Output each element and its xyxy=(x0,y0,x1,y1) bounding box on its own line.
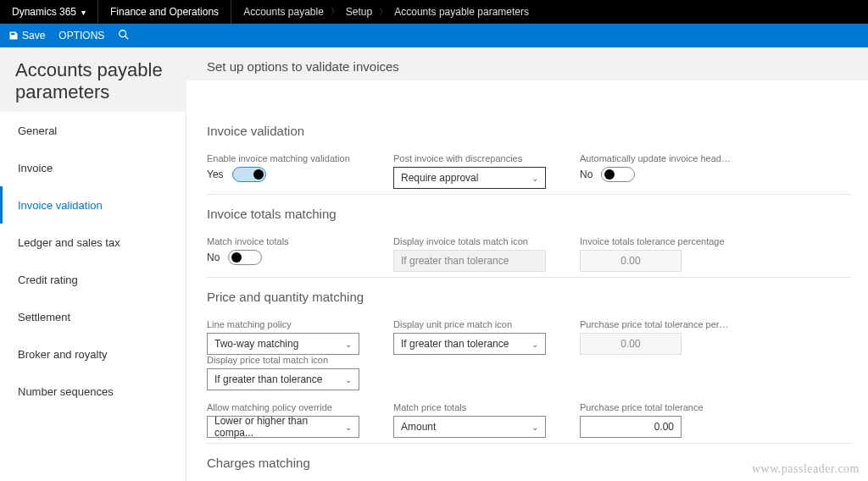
match-price-totals-select[interactable]: Amount ⌄ xyxy=(393,416,546,438)
field-label: Enable invoice matching validation xyxy=(207,153,359,163)
toggle-text: Yes xyxy=(207,169,224,180)
section-title-invoice-validation: Invoice validation xyxy=(207,112,868,147)
sidebar-nav: General Invoice Invoice validation Ledge… xyxy=(0,112,186,481)
search-icon xyxy=(118,29,130,41)
brand-dropdown[interactable]: Dynamics 365 ▾ xyxy=(0,0,98,24)
content-header: Set up options to validate invoices xyxy=(186,47,868,80)
field-label: Display unit price match icon xyxy=(393,319,546,329)
chevron-down-icon: ⌄ xyxy=(345,375,352,384)
field-label: Invoice totals tolerance percentage xyxy=(580,236,732,246)
sidebar-item-general[interactable]: General xyxy=(0,112,186,149)
field-label: Purchase price total tolerance xyxy=(580,402,732,412)
top-nav-bar: Dynamics 365 ▾ Finance and Operations Ac… xyxy=(0,0,868,24)
purchase-price-total-tolerance-input[interactable]: 0.00 xyxy=(580,416,682,438)
content-pane: Invoice validation Enable invoice matchi… xyxy=(186,112,868,481)
sidebar-item-invoice[interactable]: Invoice xyxy=(0,149,186,186)
sidebar-item-ledger-sales-tax[interactable]: Ledger and sales tax xyxy=(0,224,186,261)
field-label: Allow matching policy override xyxy=(207,402,359,412)
field-label: Display price total match icon xyxy=(207,355,359,365)
invoice-totals-tolerance-field: 0.00 xyxy=(580,250,682,272)
chevron-right-icon: 〉 xyxy=(331,6,339,18)
options-button[interactable]: OPTIONS xyxy=(58,30,104,41)
brand-label: Dynamics 365 xyxy=(12,6,76,18)
field-label: Purchase price total tolerance percent xyxy=(580,319,732,329)
purchase-price-total-percent-field: 0.00 xyxy=(580,333,682,355)
sidebar-item-broker-royalty[interactable]: Broker and royalty xyxy=(0,335,186,373)
breadcrumb-item[interactable]: Setup xyxy=(346,6,372,18)
field-label: Match price totals xyxy=(393,402,546,412)
save-button[interactable]: Save xyxy=(8,30,45,41)
display-price-total-icon-select[interactable]: If greater than tolerance ⌄ xyxy=(207,368,359,390)
allow-matching-override-select[interactable]: Lower or higher than compa... ⌄ xyxy=(207,416,359,438)
field-label: Automatically update invoice header ... xyxy=(580,153,732,163)
section-title-price-quantity: Price and quantity matching xyxy=(207,278,868,312)
post-invoice-discrepancies-select[interactable]: Require approval ⌄ xyxy=(393,167,546,189)
sidebar-item-number-sequences[interactable]: Number sequences xyxy=(0,373,186,410)
breadcrumb: Accounts payable 〉 Setup 〉 Accounts paya… xyxy=(231,6,541,18)
field-label: Line matching policy xyxy=(207,319,359,329)
line-matching-policy-select[interactable]: Two-way matching ⌄ xyxy=(207,333,359,355)
chevron-down-icon: ⌄ xyxy=(531,423,538,432)
save-icon xyxy=(8,30,19,41)
sidebar-item-invoice-validation[interactable]: Invoice validation xyxy=(0,186,186,224)
toggle-text: No xyxy=(207,252,220,263)
chevron-right-icon: 〉 xyxy=(379,6,387,18)
chevron-down-icon: ⌄ xyxy=(531,340,538,349)
search-button[interactable] xyxy=(118,29,130,43)
display-unit-price-icon-select[interactable]: If greater than tolerance ⌄ xyxy=(393,333,546,355)
sidebar-item-settlement[interactable]: Settlement xyxy=(0,298,186,335)
field-label: Post invoice with discrepancies xyxy=(393,153,546,163)
chevron-down-icon: ⌄ xyxy=(531,174,538,183)
svg-line-1 xyxy=(125,36,129,39)
enable-invoice-matching-toggle[interactable] xyxy=(232,167,266,182)
section-title-invoice-totals: Invoice totals matching xyxy=(207,195,868,229)
page-title: Accounts payable parameters xyxy=(0,47,186,112)
auto-update-header-toggle[interactable] xyxy=(601,167,635,182)
svg-point-0 xyxy=(120,30,126,36)
match-invoice-totals-toggle[interactable] xyxy=(228,250,262,265)
breadcrumb-item[interactable]: Accounts payable parameters xyxy=(394,6,529,18)
display-invoice-totals-icon-field: If greater than tolerance xyxy=(393,250,546,272)
sidebar-item-credit-rating[interactable]: Credit rating xyxy=(0,261,186,298)
chevron-down-icon: ⌄ xyxy=(345,423,352,432)
field-label: Display invoice totals match icon xyxy=(393,236,546,246)
action-bar: Save OPTIONS xyxy=(0,24,868,47)
breadcrumb-item[interactable]: Accounts payable xyxy=(243,6,324,18)
chevron-down-icon: ⌄ xyxy=(345,340,352,349)
chevron-down-icon: ▾ xyxy=(81,8,86,17)
section-title-charges: Charges matching xyxy=(207,444,868,478)
module-label: Finance and Operations xyxy=(98,0,231,24)
toggle-text: No xyxy=(580,169,593,180)
field-label: Match invoice totals xyxy=(207,236,359,246)
